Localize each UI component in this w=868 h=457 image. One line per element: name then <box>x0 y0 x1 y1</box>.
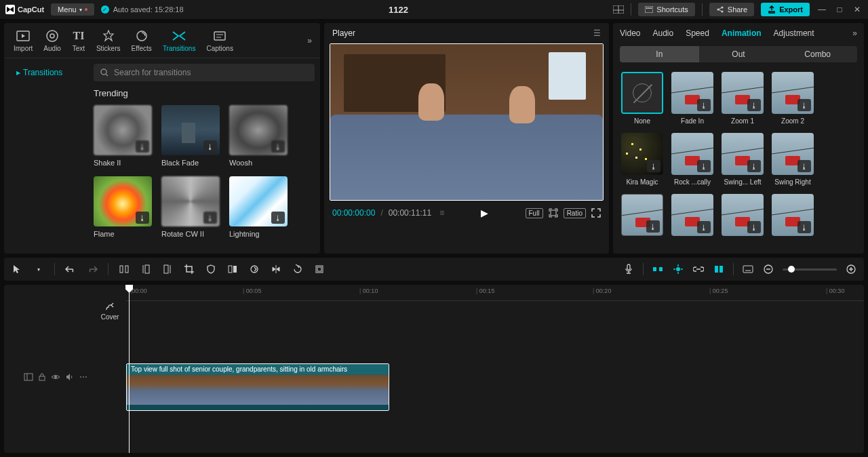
time-total: 00:00:11:11 <box>389 208 431 218</box>
undo-button[interactable] <box>64 263 77 275</box>
full-button[interactable]: Full <box>526 208 543 218</box>
play-button[interactable]: ▶ <box>481 207 488 218</box>
tab-import[interactable]: Import <box>8 29 38 52</box>
minimize-button[interactable]: — <box>816 4 827 15</box>
transition-flame[interactable]: ⭳Flame <box>94 176 152 238</box>
zoom-out-icon[interactable] <box>762 263 774 275</box>
download-icon[interactable]: ⭳ <box>271 140 285 153</box>
anim-none[interactable]: None <box>621 72 663 125</box>
anim-extra2[interactable]: ⭳ <box>671 194 713 236</box>
section-trending: Trending <box>94 88 315 98</box>
tab-audio[interactable]: Audio <box>38 29 66 52</box>
align-icon[interactable] <box>713 263 725 275</box>
subtab-combo[interactable]: Combo <box>778 46 857 62</box>
trim-right-tool[interactable] <box>161 263 174 275</box>
rtab-speed[interactable]: Speed <box>686 28 709 38</box>
search-input[interactable]: Search for transitions <box>94 64 315 81</box>
layout-icon[interactable] <box>613 4 624 15</box>
anim-swingl[interactable]: ⭳Swing... Left <box>722 133 764 186</box>
transition-lightning[interactable]: ⭳Lightning <box>229 176 288 238</box>
tab-captions[interactable]: Captions <box>201 29 238 52</box>
rtab-video[interactable]: Video <box>620 28 640 38</box>
frame-tool[interactable] <box>313 263 326 275</box>
zoom-slider[interactable] <box>783 269 837 271</box>
reverse-tool[interactable] <box>248 263 260 275</box>
share-button[interactable]: Share <box>709 3 754 16</box>
tab-transitions[interactable]: Transitions <box>157 29 201 52</box>
transition-shake[interactable]: ⭳Shake II <box>94 105 152 167</box>
transition-blackfade[interactable]: ⭳Black Fade <box>161 105 220 167</box>
download-icon[interactable]: ⭳ <box>136 212 149 224</box>
mirror-tool[interactable] <box>226 263 239 275</box>
svg-point-13 <box>47 31 58 41</box>
anim-rock[interactable]: ⭳Rock ...cally <box>671 133 713 186</box>
timeline-ruler[interactable]: |00:00 | 00:05 | 00:10 | 00:15 | 00:20 |… <box>126 285 864 301</box>
tab-text[interactable]: TIText <box>66 29 91 52</box>
video-preview[interactable] <box>330 43 604 201</box>
flip-tool[interactable] <box>270 263 282 275</box>
close-button[interactable]: ✕ <box>852 4 863 15</box>
magnet-icon[interactable] <box>652 263 664 275</box>
playhead[interactable] <box>129 285 130 453</box>
more-rtabs-button[interactable]: » <box>852 28 857 38</box>
subtab-in[interactable]: In <box>620 46 699 62</box>
pointer-tool[interactable] <box>11 263 23 275</box>
shortcuts-button[interactable]: Shortcuts <box>638 3 694 16</box>
sidebar-item-transitions[interactable]: ▶Transitions <box>9 64 83 81</box>
menu-button[interactable]: Menu▾ <box>51 3 94 16</box>
crop-preview-icon[interactable] <box>549 208 558 218</box>
zoom-in-icon[interactable] <box>845 263 857 275</box>
svg-rect-52 <box>39 376 45 380</box>
captions-icon <box>213 29 226 43</box>
track-toggle-icon[interactable] <box>24 373 33 381</box>
svg-point-36 <box>676 267 680 271</box>
anim-fadein[interactable]: ⭳Fade In <box>671 72 713 125</box>
track-more-icon[interactable]: ⋯ <box>79 372 88 382</box>
svg-line-20 <box>106 74 108 76</box>
list-icon[interactable]: ≡ <box>439 208 444 218</box>
track-visibility-icon[interactable] <box>51 374 60 380</box>
anim-extra3[interactable]: ⭳ <box>722 194 764 236</box>
track-mute-icon[interactable] <box>66 373 74 381</box>
export-button[interactable]: Export <box>761 3 810 16</box>
anim-kira[interactable]: ⭳Kira Magic <box>621 133 663 186</box>
rtab-audio[interactable]: Audio <box>652 28 673 38</box>
link-icon[interactable] <box>692 263 705 275</box>
anim-swingr[interactable]: ⭳Swing Right <box>772 133 814 186</box>
cover-button[interactable]: Cover <box>96 301 123 453</box>
preview-icon[interactable] <box>742 263 754 275</box>
rotate-tool[interactable] <box>292 263 304 275</box>
mic-icon[interactable] <box>623 263 635 275</box>
download-icon[interactable]: ⭳ <box>136 140 149 153</box>
download-icon[interactable]: ⭳ <box>203 212 217 224</box>
split-tool[interactable] <box>118 263 130 275</box>
anim-extra4[interactable]: ⭳ <box>772 194 814 236</box>
crop-tool[interactable] <box>183 263 195 275</box>
pointer-dropdown[interactable]: ▾ <box>33 263 45 275</box>
transition-rotate[interactable]: ⭳Rotate CW II <box>161 176 220 238</box>
anim-zoom2[interactable]: ⭳Zoom 2 <box>772 72 814 125</box>
tab-stickers[interactable]: Stickers <box>91 29 126 52</box>
anim-zoom1[interactable]: ⭳Zoom 1 <box>722 72 764 125</box>
more-tabs-button[interactable]: » <box>307 36 312 45</box>
player-menu-icon[interactable]: ☰ <box>593 28 601 38</box>
anim-extra1[interactable]: ⭳ <box>621 194 663 236</box>
download-icon[interactable]: ⭳ <box>203 140 217 153</box>
fullscreen-icon[interactable] <box>591 208 601 218</box>
search-icon <box>100 68 108 77</box>
subtab-out[interactable]: Out <box>699 46 778 62</box>
snap-icon[interactable] <box>672 263 684 275</box>
tab-effects[interactable]: Effects <box>125 29 157 52</box>
transition-woosh[interactable]: ⭳Woosh <box>229 105 288 167</box>
maximize-button[interactable]: □ <box>834 4 845 15</box>
ratio-button[interactable]: Ratio <box>564 208 586 218</box>
rtab-animation[interactable]: Animation <box>722 28 762 38</box>
download-icon[interactable]: ⭳ <box>271 212 285 224</box>
rtab-adjustment[interactable]: Adjustment <box>774 28 814 38</box>
video-clip[interactable]: Top view full shot of senior couple, gra… <box>126 363 389 411</box>
track-lock-icon[interactable] <box>39 373 45 381</box>
trim-left-tool[interactable] <box>140 263 152 275</box>
shield-tool[interactable] <box>205 263 217 275</box>
redo-button[interactable] <box>86 263 98 275</box>
svg-rect-23 <box>125 266 128 273</box>
